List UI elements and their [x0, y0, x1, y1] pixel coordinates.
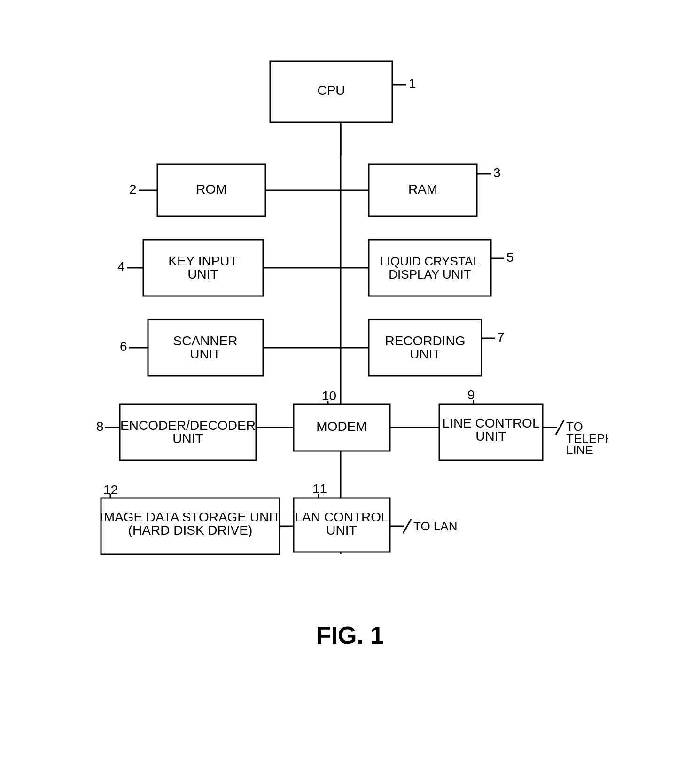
- svg-text:CPU: CPU: [317, 83, 345, 98]
- svg-text:1: 1: [409, 76, 416, 91]
- svg-text:UNIT: UNIT: [190, 347, 220, 361]
- svg-text:5: 5: [506, 250, 514, 265]
- svg-text:TO LAN: TO LAN: [413, 519, 457, 533]
- svg-text:LINE: LINE: [566, 443, 593, 457]
- svg-text:2: 2: [129, 182, 137, 196]
- svg-text:ROM: ROM: [196, 182, 226, 196]
- svg-text:UNIT: UNIT: [326, 523, 357, 537]
- block-diagram: .box { fill: white; stroke: black; strok…: [92, 28, 608, 686]
- svg-text:3: 3: [493, 165, 501, 180]
- svg-text:KEY INPUT: KEY INPUT: [168, 254, 237, 268]
- svg-text:(HARD DISK DRIVE): (HARD DISK DRIVE): [128, 523, 252, 537]
- svg-text:6: 6: [120, 339, 127, 354]
- svg-text:ENCODER/DECODER: ENCODER/DECODER: [120, 418, 256, 433]
- svg-text:8: 8: [96, 419, 104, 434]
- svg-text:IMAGE DATA STORAGE UNIT: IMAGE DATA STORAGE UNIT: [100, 510, 280, 524]
- svg-line-57: [556, 420, 564, 435]
- svg-text:UNIT: UNIT: [172, 431, 203, 446]
- svg-text:RAM: RAM: [408, 182, 437, 196]
- svg-text:DISPLAY UNIT: DISPLAY UNIT: [389, 267, 471, 281]
- svg-text:UNIT: UNIT: [187, 267, 218, 281]
- svg-text:4: 4: [117, 259, 125, 274]
- svg-text:UNIT: UNIT: [475, 429, 506, 443]
- svg-text:LINE CONTROL: LINE CONTROL: [443, 416, 540, 430]
- svg-text:MODEM: MODEM: [316, 419, 366, 434]
- svg-text:RECORDING: RECORDING: [385, 334, 465, 348]
- svg-line-73: [403, 519, 411, 533]
- svg-text:7: 7: [497, 330, 505, 344]
- figure-label: FIG. 1: [316, 622, 384, 649]
- svg-text:SCANNER: SCANNER: [173, 334, 238, 348]
- svg-text:LAN CONTROL: LAN CONTROL: [295, 510, 388, 524]
- svg-text:11: 11: [312, 482, 327, 496]
- svg-text:10: 10: [322, 389, 336, 403]
- diagram-container: .box { fill: white; stroke: black; strok…: [92, 28, 608, 686]
- svg-text:UNIT: UNIT: [410, 347, 440, 361]
- svg-text:LIQUID CRYSTAL: LIQUID CRYSTAL: [380, 254, 479, 268]
